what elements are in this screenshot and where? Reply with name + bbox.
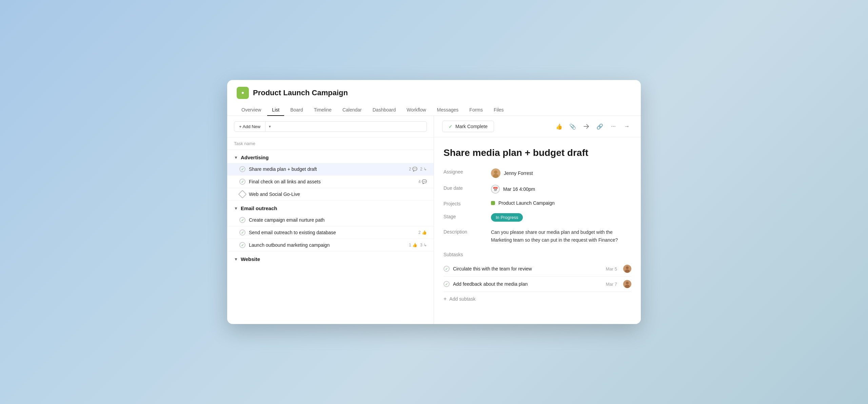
add-new-caret-icon[interactable]: ▾ bbox=[265, 122, 274, 131]
svg-point-4 bbox=[493, 174, 498, 178]
subtasks-section: Subtasks ✓ Circulate this with the team … bbox=[443, 252, 631, 306]
task-name: Web and Social Go-Live bbox=[249, 191, 427, 197]
subtask-avatar bbox=[623, 265, 631, 273]
like-button[interactable]: 👍 bbox=[553, 121, 565, 132]
svg-point-3 bbox=[494, 170, 497, 174]
task-meta: 2 💬 2 ↳ bbox=[409, 167, 427, 171]
stage-field: Stage In Progress bbox=[443, 213, 631, 222]
task-check-icon: ✓ bbox=[239, 166, 245, 172]
subtask-count: 2 ↳ bbox=[420, 167, 427, 171]
description-label: Description bbox=[443, 228, 491, 235]
svg-point-10 bbox=[625, 285, 630, 288]
tab-board[interactable]: Board bbox=[285, 104, 308, 116]
tab-workflow[interactable]: Workflow bbox=[402, 104, 431, 116]
tab-overview[interactable]: Overview bbox=[237, 104, 266, 116]
assignee-field: Assignee Jenny Forrest bbox=[443, 168, 631, 178]
share-button[interactable] bbox=[580, 121, 592, 132]
description-text: Can you please share our media plan and … bbox=[491, 228, 631, 244]
mark-complete-button[interactable]: ✓ Mark Complete bbox=[442, 121, 494, 132]
due-date-value: 📅 Mar 16 4:00pm bbox=[491, 185, 535, 194]
attach-button[interactable]: 📎 bbox=[567, 121, 578, 132]
comment-count: 4 💬 bbox=[418, 179, 427, 184]
add-new-button[interactable]: + Add New ▾ bbox=[234, 121, 427, 132]
subtask-name: Circulate this with the team for review bbox=[453, 266, 603, 271]
tab-dashboard[interactable]: Dashboard bbox=[368, 104, 401, 116]
projects-field: Projects Product Launch Campaign bbox=[443, 200, 631, 206]
task-name: Send email outreach to existing database bbox=[249, 230, 415, 235]
task-row[interactable]: ✓ Send email outreach to existing databa… bbox=[227, 226, 434, 239]
task-name: Final check on all links and assets bbox=[249, 179, 415, 184]
project-color-dot bbox=[491, 201, 495, 205]
section-website[interactable]: ▼ Website bbox=[227, 251, 434, 265]
task-list-panel: + Add New ▾ Task name ▼ Advertising ✓ Sh… bbox=[227, 116, 434, 324]
section-advertising[interactable]: ▼ Advertising bbox=[227, 150, 434, 163]
task-check-icon: ✓ bbox=[239, 229, 245, 236]
section-email-outreach[interactable]: ▼ Email outreach bbox=[227, 201, 434, 214]
task-row[interactable]: ✓ Share media plan + budget draft 2 💬 2 … bbox=[227, 163, 434, 176]
task-name: Share media plan + budget draft bbox=[249, 166, 406, 172]
section-advertising-label: Advertising bbox=[241, 155, 269, 160]
toolbar: + Add New ▾ bbox=[227, 116, 434, 138]
task-meta: 4 💬 bbox=[418, 179, 427, 184]
due-date-field: Due date 📅 Mar 16 4:00pm bbox=[443, 185, 631, 194]
app-header: Product Launch Campaign Overview List Bo… bbox=[227, 80, 641, 116]
svg-point-6 bbox=[626, 266, 629, 269]
tab-list[interactable]: List bbox=[267, 104, 284, 116]
projects-value: Product Launch Campaign bbox=[491, 200, 555, 206]
assignee-label: Assignee bbox=[443, 168, 491, 175]
subtask-row[interactable]: ✓ Circulate this with the team for revie… bbox=[443, 261, 631, 277]
more-options-button[interactable]: ··· bbox=[608, 121, 619, 132]
subtask-check-icon: ✓ bbox=[443, 281, 450, 287]
task-name: Create campaign email nurture path bbox=[249, 217, 427, 223]
tab-messages[interactable]: Messages bbox=[432, 104, 463, 116]
calendar-icon: 📅 bbox=[491, 185, 500, 194]
copy-link-button[interactable]: 🔗 bbox=[594, 121, 606, 132]
avatar bbox=[491, 168, 500, 178]
main-content: + Add New ▾ Task name ▼ Advertising ✓ Sh… bbox=[227, 116, 641, 324]
task-row[interactable]: ✓ Launch outbound marketing campaign 1 👍… bbox=[227, 239, 434, 251]
due-date-text: Mar 16 4:00pm bbox=[503, 186, 535, 192]
assignee-name: Jenny Forrest bbox=[504, 170, 533, 176]
tab-files[interactable]: Files bbox=[489, 104, 509, 116]
projects-label: Projects bbox=[443, 200, 491, 206]
task-row[interactable]: ✓ Final check on all links and assets 4 … bbox=[227, 176, 434, 188]
project-title: Product Launch Campaign bbox=[253, 88, 348, 97]
task-check-icon: ✓ bbox=[239, 179, 245, 185]
task-meta: 1 👍 3 ↳ bbox=[409, 243, 427, 247]
subtask-check-icon: ✓ bbox=[443, 266, 450, 272]
task-meta: 2 👍 bbox=[418, 230, 427, 235]
task-check-icon: ✓ bbox=[239, 217, 245, 223]
task-detail-panel: ✓ Mark Complete 👍 📎 🔗 ··· → bbox=[434, 116, 641, 324]
detail-toolbar: ✓ Mark Complete 👍 📎 🔗 ··· → bbox=[434, 116, 641, 137]
task-row[interactable]: Web and Social Go-Live bbox=[227, 188, 434, 201]
task-row[interactable]: ✓ Create campaign email nurture path bbox=[227, 214, 434, 226]
stage-badge[interactable]: In Progress bbox=[491, 213, 523, 222]
tab-calendar[interactable]: Calendar bbox=[338, 104, 367, 116]
detail-content: Share media plan + budget draft Assignee bbox=[434, 137, 641, 313]
plus-icon: + bbox=[443, 296, 447, 302]
subtasks-label: Subtasks bbox=[443, 252, 631, 257]
detail-actions: 👍 📎 🔗 ··· → bbox=[553, 121, 633, 132]
svg-point-1 bbox=[242, 92, 244, 94]
add-new-label[interactable]: + Add New bbox=[234, 122, 265, 132]
svg-point-7 bbox=[625, 269, 630, 273]
task-diamond-icon bbox=[238, 190, 246, 198]
subtask-name: Add feedback about the media plan bbox=[453, 281, 603, 287]
subtask-row[interactable]: ✓ Add feedback about the media plan Mar … bbox=[443, 277, 631, 292]
tab-timeline[interactable]: Timeline bbox=[309, 104, 336, 116]
like-count: 1 👍 bbox=[409, 243, 417, 247]
description-field: Description Can you please share our med… bbox=[443, 228, 631, 244]
task-name: Launch outbound marketing campaign bbox=[249, 242, 406, 248]
due-date-label: Due date bbox=[443, 185, 491, 191]
subtask-date: Mar 5 bbox=[606, 266, 617, 271]
chevron-down-icon: ▼ bbox=[234, 257, 238, 262]
subtask-avatar bbox=[623, 280, 631, 288]
app-window: Product Launch Campaign Overview List Bo… bbox=[227, 80, 641, 324]
nav-tabs: Overview List Board Timeline Calendar Da… bbox=[237, 104, 631, 116]
project-name: Product Launch Campaign bbox=[498, 200, 555, 206]
mark-complete-label: Mark Complete bbox=[455, 124, 488, 129]
add-subtask-button[interactable]: + Add subtask bbox=[443, 292, 631, 306]
expand-button[interactable]: → bbox=[621, 121, 633, 132]
tab-forms[interactable]: Forms bbox=[465, 104, 488, 116]
project-title-row: Product Launch Campaign bbox=[237, 87, 631, 99]
